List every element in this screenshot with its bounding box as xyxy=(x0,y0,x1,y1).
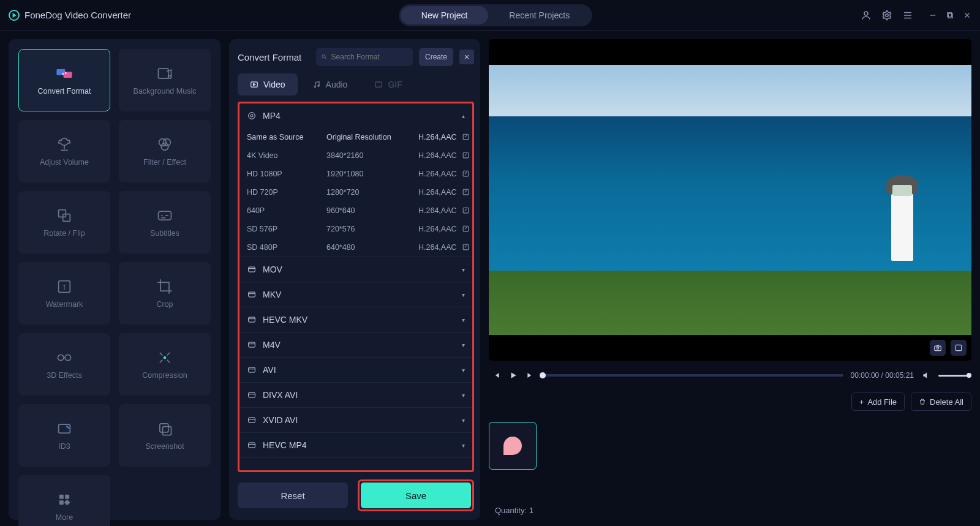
sidebar-item-crop[interactable]: Crop xyxy=(119,262,211,325)
trash-icon xyxy=(919,398,926,405)
sidebar-item-compression[interactable]: Compression xyxy=(119,333,211,396)
format-group: DIVX AVI▾ xyxy=(239,383,472,408)
volume-button[interactable] xyxy=(921,370,931,380)
preset-name: Same as Source xyxy=(247,133,326,141)
compression-icon xyxy=(156,349,173,366)
file-thumbnail[interactable] xyxy=(489,422,537,470)
edit-preset-icon[interactable] xyxy=(462,170,470,178)
menu-icon[interactable] xyxy=(902,9,914,21)
format-group: HEVC MP4▾ xyxy=(239,433,472,458)
format-tab-video[interactable]: Video xyxy=(238,73,298,96)
chevron-down-icon: ▾ xyxy=(462,442,465,449)
format-preset-row[interactable]: HD 1080P1920*1080H.264,AAC xyxy=(239,165,472,183)
format-header[interactable]: DIVX AVI▾ xyxy=(239,383,472,407)
edit-preset-icon[interactable] xyxy=(462,243,470,252)
format-name: MOV xyxy=(263,265,282,274)
video-preview[interactable] xyxy=(489,39,971,361)
svg-rect-47 xyxy=(249,443,255,448)
svg-point-28 xyxy=(314,86,315,87)
project-tabs: New Project Recent Projects xyxy=(399,4,592,26)
chevron-down-icon: ▾ xyxy=(462,317,465,323)
create-button[interactable]: Create xyxy=(419,48,453,66)
sidebar-item-filter-effect[interactable]: Filter / Effect xyxy=(119,120,211,182)
sidebar-item-convert-format[interactable]: Convert Format xyxy=(18,49,110,111)
preset-resolution: 720*576 xyxy=(326,225,418,233)
svg-rect-38 xyxy=(463,226,469,231)
format-header-mp4[interactable]: MP4 ▴ xyxy=(239,103,472,128)
prev-button[interactable] xyxy=(491,370,501,380)
seek-bar[interactable] xyxy=(543,374,843,377)
format-preset-row[interactable]: HD 720P1280*720H.264,AAC xyxy=(239,183,472,201)
format-icon xyxy=(247,290,257,299)
settings-icon[interactable] xyxy=(881,9,893,21)
volume-slider[interactable] xyxy=(938,375,969,377)
format-preset-row[interactable]: 4K Video3840*2160H.264,AAC xyxy=(239,146,472,165)
format-tab-audio[interactable]: Audio xyxy=(300,73,360,96)
format-preset-row[interactable]: Same as SourceOriginal ResolutionH.264,A… xyxy=(239,128,472,146)
add-file-button[interactable]: + Add File xyxy=(851,393,905,411)
format-preset-row[interactable]: 640P960*640H.264,AAC xyxy=(239,201,472,220)
3d-glasses-icon xyxy=(56,349,73,366)
format-preset-row[interactable]: SD 576P720*576H.264,AAC xyxy=(239,220,472,238)
format-group: AVI▾ xyxy=(239,358,472,383)
format-icon xyxy=(247,440,257,450)
next-button[interactable] xyxy=(526,370,535,380)
sidebar-item-rotate-flip[interactable]: Rotate / Flip xyxy=(18,191,110,254)
music-icon xyxy=(156,65,173,82)
format-header[interactable]: AVI▾ xyxy=(239,358,472,382)
sidebar-item-watermark[interactable]: T Watermark xyxy=(18,262,110,325)
app-title: FoneDog Video Converter xyxy=(24,10,131,20)
format-header[interactable]: MKV▾ xyxy=(239,282,472,307)
fullscreen-button[interactable] xyxy=(951,340,967,356)
preset-name: SD 480P xyxy=(247,243,326,252)
sidebar-item-more[interactable]: More xyxy=(18,475,110,526)
tab-new-project[interactable]: New Project xyxy=(401,6,488,24)
preset-name: HD 720P xyxy=(247,188,326,197)
account-icon[interactable] xyxy=(860,9,872,21)
format-header[interactable]: MOV▾ xyxy=(239,257,472,282)
sidebar-item-id3[interactable]: ID3 xyxy=(18,404,110,467)
close-panel-button[interactable] xyxy=(459,50,474,64)
edit-preset-icon[interactable] xyxy=(462,225,470,233)
playback-controls: 00:00:00 / 00:05:21 xyxy=(489,366,971,385)
fullscreen-icon xyxy=(954,344,963,352)
panel-title: Convert Format xyxy=(238,52,310,62)
sidebar-item-subtitles[interactable]: Subtitles xyxy=(119,191,211,254)
delete-all-button[interactable]: Delete All xyxy=(911,393,971,411)
snapshot-button[interactable] xyxy=(930,340,946,356)
format-preset-row[interactable]: SD 480P640*480H.264,AAC xyxy=(239,238,472,257)
chevron-down-icon: ▾ xyxy=(462,266,465,273)
format-header[interactable]: HEVC MP4▾ xyxy=(239,433,472,457)
tool-sidebar: Convert Format Background Music Adjust V… xyxy=(9,39,221,520)
volume-icon xyxy=(56,136,73,153)
edit-preset-icon[interactable] xyxy=(462,188,470,197)
sidebar-item-3d-effects[interactable]: 3D Effects xyxy=(18,333,110,396)
window-minimize-icon[interactable] xyxy=(929,11,937,20)
search-format-input[interactable] xyxy=(316,48,413,66)
sidebar-item-adjust-volume[interactable]: Adjust Volume xyxy=(18,120,110,182)
svg-rect-41 xyxy=(249,292,255,297)
window-maximize-icon[interactable] xyxy=(946,11,954,20)
reset-button[interactable]: Reset xyxy=(238,483,348,508)
format-group: XVID AVI▾ xyxy=(239,408,472,433)
svg-point-29 xyxy=(317,85,318,86)
edit-preset-icon[interactable] xyxy=(462,151,470,160)
preset-codec: H.264,AAC xyxy=(418,243,462,252)
play-button[interactable] xyxy=(508,370,518,380)
edit-preset-icon[interactable] xyxy=(462,133,470,141)
format-header[interactable]: HEVC MKV▾ xyxy=(239,307,472,332)
format-tab-gif[interactable]: GIF xyxy=(362,73,414,96)
preset-codec: H.264,AAC xyxy=(418,206,462,215)
tab-recent-projects[interactable]: Recent Projects xyxy=(488,6,590,24)
sidebar-item-screenshot[interactable]: Screenshot xyxy=(119,404,211,467)
search-input-field[interactable] xyxy=(331,53,408,61)
sidebar-item-background-music[interactable]: Background Music xyxy=(119,49,211,111)
format-name: XVID AVI xyxy=(263,415,298,425)
window-close-icon[interactable] xyxy=(963,11,971,20)
svg-text:T: T xyxy=(62,283,66,291)
chevron-down-icon: ▾ xyxy=(462,417,465,424)
save-button[interactable]: Save xyxy=(361,483,471,508)
format-header[interactable]: M4V▾ xyxy=(239,333,472,357)
format-header[interactable]: XVID AVI▾ xyxy=(239,408,472,432)
edit-preset-icon[interactable] xyxy=(462,206,470,215)
